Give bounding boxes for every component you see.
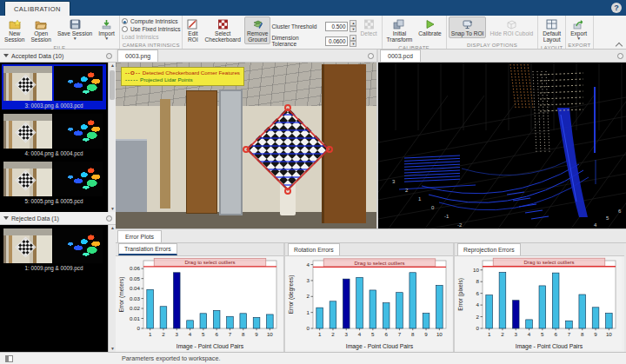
accepted-list-scrollbar[interactable]: ▲ ▼	[108, 63, 116, 212]
save-session-caret-icon: ▼	[73, 36, 77, 40]
scrollbar-thumb[interactable]	[110, 70, 115, 100]
svg-text:Drag to select outliers: Drag to select outliers	[184, 260, 235, 265]
remove-ground-button[interactable]: Remove Ground	[244, 17, 271, 44]
corner-marker-icon	[284, 104, 291, 111]
ribbon-section-display-options: Snap To ROI Hide ROI Cuboid DISPLAY OPTI…	[447, 16, 538, 49]
detect-icon	[363, 18, 375, 30]
svg-text:4: 4	[476, 301, 480, 308]
reprojection-errors-panel: Reprojection Errors 024681012345678910Dr…	[455, 243, 624, 353]
hide-roi-cuboid-button: Hide ROI Cuboid	[487, 17, 536, 38]
accepted-data-header[interactable]: Accepted Data (10)	[0, 50, 116, 63]
calibrate-button[interactable]: Calibrate	[416, 17, 443, 38]
point-cloud-canvas[interactable]: 3210-1-2456	[378, 63, 626, 228]
corner-marker-icon	[326, 146, 333, 153]
tab-reprojection-errors[interactable]: Reprojection Errors	[457, 243, 521, 255]
dimension-tolerance-stepper[interactable]: ▲▼	[350, 35, 356, 47]
default-layout-button[interactable]: Default Layout	[540, 17, 563, 44]
open-session-button[interactable]: Open Session	[28, 17, 53, 44]
camera-image-canvas[interactable]: --O-- Detected Checkerboard Corner Featu…	[116, 63, 376, 228]
checkerboard-target	[246, 108, 330, 191]
hide-roi-cuboid-icon	[505, 18, 517, 30]
edit-roi-label: Edit ROI	[188, 30, 198, 43]
rejected-item-1[interactable]: 1: 0009.png & 0009.pcd	[2, 227, 106, 272]
dimension-tolerance-label: Dimension Tolerance	[271, 35, 323, 47]
initial-transform-icon	[393, 18, 405, 30]
collapse-triangle-icon[interactable]	[3, 54, 9, 57]
tab-rotation-errors[interactable]: Rotation Errors	[288, 243, 340, 255]
ribbon-section-camera-intrinsics: Compute Intrinsics Use Fixed Intrinsics …	[120, 16, 183, 49]
image-legend: --O-- Detected Checkerboard Corner Featu…	[121, 67, 244, 86]
scroll-up-icon[interactable]: ▲	[110, 63, 116, 69]
svg-text:8: 8	[476, 278, 480, 284]
collapse-triangle-icon[interactable]	[3, 216, 9, 220]
svg-text:4: 4	[358, 331, 362, 337]
help-icon[interactable]: ?	[611, 3, 622, 13]
panel-options-icon[interactable]	[617, 53, 623, 59]
panel-options-icon[interactable]	[368, 53, 374, 59]
camera-image-thumbnail	[3, 162, 52, 196]
panel-options-icon[interactable]	[106, 215, 112, 222]
accepted-item-1[interactable]: 3: 0003.png & 0003.pcd	[2, 64, 106, 109]
remove-ground-icon	[251, 18, 263, 30]
initial-transform-button[interactable]: Initial Transform	[384, 17, 416, 44]
tab-image-0003[interactable]: 0003.png	[117, 50, 158, 62]
svg-text:3: 3	[515, 331, 518, 337]
rejected-data-header[interactable]: Rejected Data (1)	[0, 212, 116, 225]
detect-label: Detect	[360, 30, 376, 36]
tab-pcd-0003[interactable]: 0003.pcd	[380, 50, 421, 62]
svg-text:7: 7	[398, 331, 402, 337]
edit-roi-button[interactable]: Edit ROI	[184, 17, 201, 44]
scroll-up-icon[interactable]: ▲	[110, 225, 116, 231]
ribbon-collapse-icon[interactable]	[616, 41, 623, 47]
radio-use-fixed-intrinsics-icon[interactable]	[122, 26, 128, 32]
point-cloud-thumbnail	[54, 114, 103, 149]
reprojection-errors-chart[interactable]: 024681012345678910Drag to select outlier…	[455, 256, 622, 350]
radio-compute-intrinsics-icon[interactable]	[122, 18, 128, 24]
status-message: Parameters exported to workspace.	[122, 354, 220, 362]
tab-calibration[interactable]: CALIBRATION	[4, 1, 70, 16]
svg-text:Drag to select outliers: Drag to select outliers	[354, 261, 404, 266]
translation-errors-chart[interactable]: 00.010.020.030.040.050.0612345678910Drag…	[116, 256, 283, 350]
tab-translation-errors[interactable]: Translation Errors	[118, 243, 177, 255]
lidar-points-label: Projected Lidar Points	[140, 76, 193, 83]
image-view-panel: 0003.png	[116, 50, 378, 228]
new-session-label: New Session	[4, 30, 24, 43]
svg-text:4: 4	[307, 261, 310, 268]
data-browser-panel: Accepted Data (10) 3: 0003.png & 0003.pc…	[0, 50, 116, 352]
point-cloud-thumbnail	[54, 228, 103, 263]
svg-text:3: 3	[176, 331, 179, 337]
panel-options-icon[interactable]	[106, 53, 112, 59]
scroll-down-icon[interactable]: ▼	[110, 346, 116, 352]
svg-text:0.03: 0.03	[130, 295, 141, 301]
rotation-errors-chart[interactable]: 0123412345678910Drag to select outliersE…	[285, 256, 452, 350]
dimension-tolerance-input[interactable]: 0.0600	[325, 36, 348, 46]
panel-toggle-icon[interactable]	[5, 355, 13, 362]
import-button[interactable]: Import ▼	[96, 17, 117, 42]
radio-compute-intrinsics[interactable]: Compute Intrinsics	[122, 18, 181, 24]
export-button[interactable]: Export ▼	[568, 17, 589, 42]
corner-features-label: Detected Checkerboard Corner Features	[143, 69, 240, 76]
save-session-icon	[70, 18, 81, 30]
snap-to-roi-icon	[462, 18, 474, 30]
point-cloud-thumbnail	[54, 66, 103, 101]
svg-text:10: 10	[473, 267, 479, 273]
svg-text:8: 8	[411, 331, 415, 337]
scroll-down-icon[interactable]: ▼	[110, 206, 116, 212]
cluster-threshold-input[interactable]: 0.500	[325, 22, 348, 31]
select-checkerboard-button[interactable]: Select Checkerboard	[202, 17, 243, 44]
checkerboard-outline	[246, 108, 330, 191]
accepted-item-2[interactable]: 4: 0004.png & 0004.pcd	[2, 112, 106, 157]
svg-text:0.05: 0.05	[130, 275, 141, 281]
svg-text:8: 8	[242, 331, 245, 337]
tab-error-plots[interactable]: Error Plots	[117, 230, 162, 242]
svg-text:8: 8	[581, 331, 584, 337]
rejected-list-scrollbar[interactable]: ▲ ▼	[108, 225, 116, 352]
cluster-threshold-stepper[interactable]: ▲▼	[350, 20, 356, 32]
accepted-item-3[interactable]: 5: 0005.png & 0005.pcd	[2, 160, 106, 205]
new-session-button[interactable]: New Session	[2, 17, 27, 44]
new-session-icon	[9, 18, 21, 30]
error-plots-panel: Error Plots Translation Errors 00.010.02…	[116, 228, 626, 352]
snap-to-roi-button[interactable]: Snap To ROI	[449, 17, 487, 38]
save-session-button[interactable]: Save Session ▼	[55, 17, 95, 42]
radio-use-fixed-intrinsics[interactable]: Use Fixed Intrinsics	[122, 26, 181, 32]
